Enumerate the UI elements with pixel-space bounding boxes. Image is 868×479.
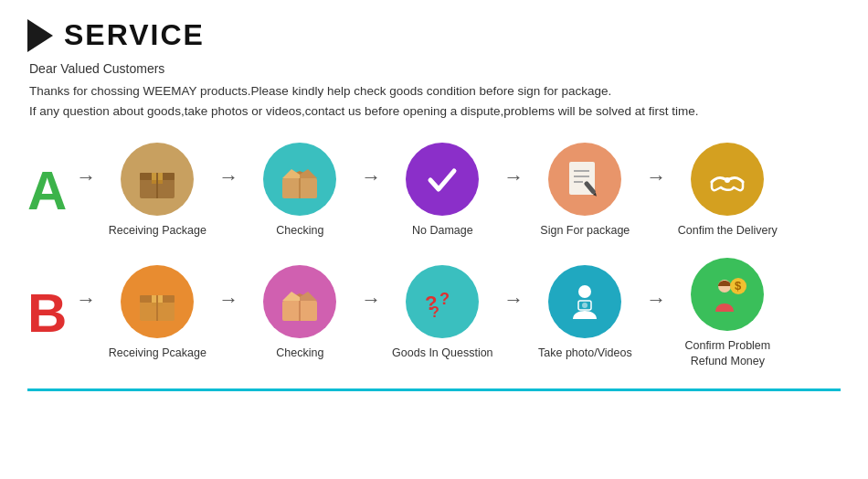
step-b5-label: Confirm ProblemRefund Money <box>684 338 770 370</box>
arrow-a3: → <box>361 165 381 189</box>
svg-marker-24 <box>282 292 300 301</box>
arrow-a4: → <box>503 165 524 189</box>
sign-doc-icon <box>560 154 609 204</box>
arrow-a5: → <box>646 165 666 189</box>
step-a4-label: Sign For package <box>540 223 630 240</box>
handshake-icon <box>703 154 752 204</box>
question-marks-icon: ? ? ? <box>418 277 467 326</box>
svg-marker-8 <box>300 169 317 178</box>
arrow-b3: → <box>361 288 381 312</box>
step-a4: Sign For package <box>525 143 644 240</box>
checkmark-icon <box>418 154 467 204</box>
step-b1: Receiving Pcakage <box>98 265 217 362</box>
circle-a4 <box>548 143 621 216</box>
flow-a-section: A → Receiving Package → <box>27 143 841 240</box>
arrow-icon <box>27 19 53 52</box>
circle-a2 <box>263 143 336 216</box>
refund-person-icon: $ <box>703 270 752 319</box>
box-closed-icon <box>132 154 182 204</box>
step-a3: No Damage <box>383 143 502 240</box>
step-a3-label: No Damage <box>412 223 473 240</box>
step-b5: $ Confirm ProblemRefund Money <box>668 258 787 370</box>
box-closed-b-icon <box>132 277 182 326</box>
header-section: SERVICE <box>27 18 841 52</box>
circle-a1 <box>121 143 194 216</box>
step-a2: Checking <box>240 143 359 240</box>
arrow-b5: → <box>646 288 666 312</box>
circle-a3 <box>406 143 479 216</box>
svg-point-16 <box>725 177 730 183</box>
box-open-icon <box>275 154 324 204</box>
arrow-a-start: → <box>76 165 96 189</box>
step-a5-label: Confim the Delivery <box>678 223 778 240</box>
svg-marker-7 <box>282 169 300 178</box>
step-a2-label: Checking <box>276 223 323 240</box>
step-b3-label: Goods In Quesstion <box>392 346 492 362</box>
arrow-b2: → <box>218 288 238 312</box>
step-b4-label: Take photo/Videos <box>538 346 632 362</box>
step-a5: Confim the Delivery <box>668 143 787 240</box>
page-title: SERVICE <box>64 18 205 52</box>
svg-marker-25 <box>300 292 317 301</box>
bottom-divider <box>27 389 841 391</box>
step-a1-label: Receiving Package <box>109 223 206 240</box>
subtitle: Dear Valued Customers <box>29 61 841 76</box>
circle-b2 <box>263 265 336 338</box>
svg-point-32 <box>582 303 587 308</box>
arrow-a2: → <box>218 165 238 189</box>
step-b1-label: Receiving Pcakage <box>109 346 206 362</box>
letter-b: B <box>27 286 67 341</box>
svg-text:?: ? <box>439 290 450 308</box>
svg-point-30 <box>578 285 591 298</box>
flow-b-section: B → Receiving Pcakage → <box>27 258 841 370</box>
arrow-b4: → <box>503 288 524 312</box>
box-open-b-icon <box>275 277 324 326</box>
letter-a: A <box>27 164 67 218</box>
arrow-b-start: → <box>76 288 96 312</box>
circle-b5: $ <box>691 258 764 331</box>
person-camera-icon <box>560 277 609 326</box>
circle-b4 <box>548 265 621 338</box>
step-b2: Checking <box>240 265 359 362</box>
svg-text:$: $ <box>735 279 742 293</box>
circle-a5 <box>691 143 764 216</box>
circle-b1 <box>121 265 194 338</box>
circle-b3: ? ? ? <box>406 265 479 338</box>
svg-text:?: ? <box>430 304 439 320</box>
step-b2-label: Checking <box>276 346 323 362</box>
step-a1: Receiving Package <box>98 143 217 240</box>
step-b4: Take photo/Videos <box>525 265 644 362</box>
description: Thanks for chossing WEEMAY products.Plea… <box>29 81 815 121</box>
step-b3: ? ? ? Goods In Quesstion <box>383 265 502 362</box>
